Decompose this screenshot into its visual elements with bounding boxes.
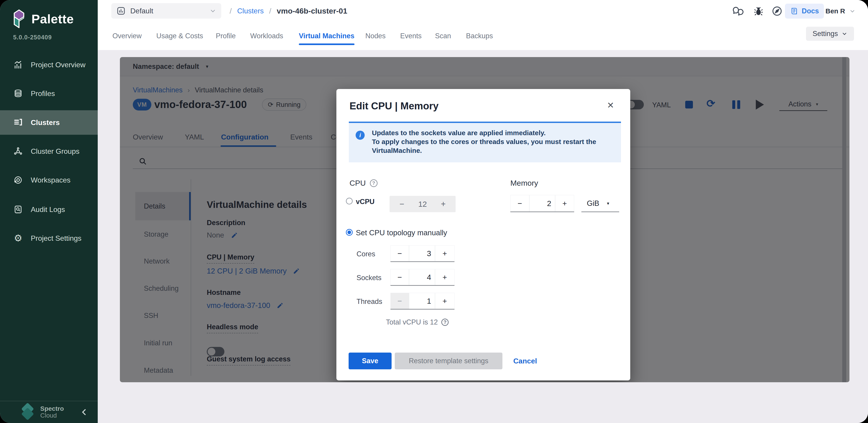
- gear-icon: ⚙: [13, 234, 23, 243]
- sidebar-item-workspaces[interactable]: Workspaces: [0, 168, 98, 192]
- info-line-1: Updates to the sockets value are applied…: [372, 129, 615, 137]
- sidebar-item-label: Project Overview: [31, 61, 86, 69]
- cluster-tabs: Overview Usage & Costs Profile Workloads…: [98, 22, 868, 50]
- project-selector[interactable]: Default: [111, 3, 221, 19]
- minus-button[interactable]: −: [391, 245, 409, 261]
- breadcrumb-clusters-link[interactable]: Clusters: [237, 7, 264, 15]
- memory-unit-select[interactable]: GiB ▾: [581, 195, 619, 212]
- sidebar-item-label: Project Settings: [31, 234, 82, 243]
- user-name: Ben R: [826, 7, 845, 15]
- compass-icon[interactable]: [771, 5, 783, 17]
- cores-value[interactable]: 3: [409, 245, 435, 261]
- vcpu-value: 12: [418, 200, 427, 208]
- user-menu[interactable]: Ben R: [826, 0, 856, 22]
- orbit-icon: [13, 175, 23, 185]
- tab-events[interactable]: Events: [400, 22, 422, 50]
- sockets-value[interactable]: 4: [409, 269, 435, 285]
- caret-down-icon: ▾: [607, 201, 609, 206]
- sidebar-item-label: Workspaces: [31, 176, 70, 184]
- sidebar-item-label: Cluster Groups: [31, 147, 80, 156]
- clusters-list-icon: [13, 118, 23, 127]
- page-background: Namespace: default ▾ VirtualMachines › V…: [98, 50, 868, 423]
- help-icon[interactable]: ?: [370, 179, 377, 187]
- sidebar-item-profiles[interactable]: Profiles: [0, 81, 98, 106]
- project-icon: [116, 6, 126, 16]
- total-vcpu-row: Total vCPU is 12 ?: [386, 318, 448, 326]
- bug-report-icon[interactable]: [753, 6, 764, 17]
- cores-stepper: − 3 +: [391, 245, 455, 262]
- chat-feedback-icon[interactable]: [732, 5, 744, 17]
- vm-details-panel: Namespace: default ▾ VirtualMachines › V…: [120, 57, 849, 382]
- chevron-down-icon: [210, 7, 216, 14]
- vcpu-stepper: − 12 +: [390, 196, 456, 212]
- topbar: Default / Clusters / vmo-46b-cluster-01: [98, 0, 868, 22]
- sockets-stepper: − 4 +: [391, 269, 455, 286]
- breadcrumb-separator: /: [269, 6, 271, 16]
- spectro-cloud-logo: [22, 404, 35, 419]
- book-icon: [790, 7, 799, 16]
- docs-button[interactable]: Docs: [785, 4, 824, 19]
- minus-button[interactable]: −: [400, 199, 404, 209]
- palette-logo-icon: [12, 9, 26, 29]
- cancel-button[interactable]: Cancel: [513, 352, 537, 369]
- threads-value[interactable]: 1: [409, 293, 435, 309]
- memory-value[interactable]: 2: [529, 195, 555, 212]
- tab-overview[interactable]: Overview: [113, 22, 142, 50]
- minus-button[interactable]: −: [391, 269, 409, 285]
- tab-profile[interactable]: Profile: [216, 22, 236, 50]
- cpu-section-label-row: CPU ?: [349, 179, 377, 188]
- plus-button[interactable]: +: [555, 195, 574, 212]
- help-icon[interactable]: ?: [441, 319, 448, 326]
- sidebar-item-audit-logs[interactable]: Audit Logs: [0, 197, 98, 222]
- sidebar-item-project-overview[interactable]: Project Overview: [0, 53, 98, 77]
- tab-usage-costs[interactable]: Usage & Costs: [156, 22, 203, 50]
- save-button[interactable]: Save: [349, 352, 392, 369]
- minus-button[interactable]: −: [510, 195, 529, 212]
- network-icon: [13, 147, 23, 156]
- vcpu-radio-label: vCPU: [356, 198, 375, 206]
- breadcrumb: / Clusters / vmo-46b-cluster-01: [229, 0, 347, 22]
- tab-virtual-machines[interactable]: Virtual Machines: [299, 22, 354, 50]
- plus-button[interactable]: +: [435, 293, 455, 309]
- tab-nodes[interactable]: Nodes: [365, 22, 386, 50]
- threads-label: Threads: [356, 298, 382, 306]
- tab-scan[interactable]: Scan: [435, 22, 451, 50]
- plus-button[interactable]: +: [441, 199, 446, 209]
- topology-radio[interactable]: [346, 229, 353, 236]
- sidebar-collapse-icon[interactable]: [79, 407, 89, 417]
- product-logo: Palette: [12, 9, 74, 29]
- memory-stepper: − 2 +: [510, 195, 574, 212]
- sidebar-item-clusters[interactable]: Clusters: [0, 110, 98, 135]
- settings-button[interactable]: Settings: [806, 27, 854, 41]
- minus-button[interactable]: −: [391, 293, 409, 309]
- breadcrumb-current: vmo-46b-cluster-01: [277, 6, 347, 16]
- info-icon: i: [355, 131, 365, 140]
- restore-template-button[interactable]: Restore template settings: [395, 352, 502, 369]
- sidebar-item-label: Profiles: [31, 89, 55, 98]
- info-banner-text: Updates to the sockets value are applied…: [372, 129, 615, 155]
- plus-button[interactable]: +: [435, 269, 455, 285]
- tab-backups[interactable]: Backups: [466, 22, 493, 50]
- topology-radio-label: Set CPU topology manually: [356, 228, 447, 237]
- app-version: 5.0.0-250409: [13, 34, 52, 41]
- sidebar-item-project-settings[interactable]: ⚙ Project Settings: [0, 226, 98, 250]
- modal-title: Edit CPU | Memory: [349, 100, 439, 112]
- total-vcpu-text: Total vCPU is 12: [386, 318, 438, 326]
- info-line-2: To apply changes to the cores or threads…: [372, 137, 615, 155]
- sidebar-item-cluster-groups[interactable]: Cluster Groups: [0, 139, 98, 164]
- memory-label: Memory: [510, 179, 538, 188]
- close-icon[interactable]: ✕: [607, 100, 614, 110]
- sidebar-item-label: Clusters: [31, 118, 60, 127]
- edit-cpu-memory-modal: Edit CPU | Memory ✕ i Updates to the soc…: [336, 89, 630, 380]
- chevron-down-icon: [849, 8, 856, 14]
- bar-chart-icon: [13, 60, 23, 69]
- tab-workloads[interactable]: Workloads: [250, 22, 283, 50]
- audit-search-icon: [13, 205, 23, 214]
- sidebar-item-label: Audit Logs: [31, 205, 65, 214]
- active-tab-underline: [299, 44, 354, 45]
- breadcrumb-separator: /: [229, 6, 231, 16]
- cores-label: Cores: [356, 250, 375, 258]
- plus-button[interactable]: +: [435, 245, 455, 261]
- vcpu-radio[interactable]: [346, 198, 353, 204]
- sidebar: Palette 5.0.0-250409 Project Overview Pr…: [0, 0, 98, 423]
